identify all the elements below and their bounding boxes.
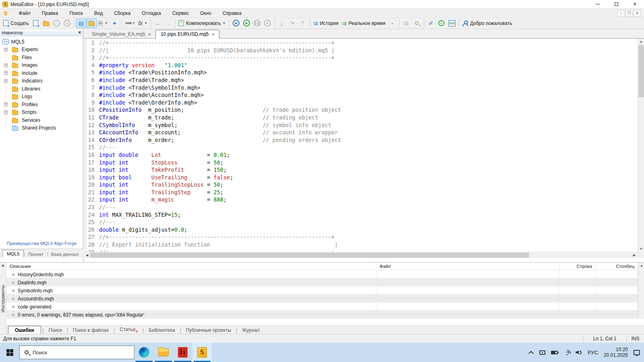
code-line[interactable]: 23//--- (87, 204, 341, 212)
taskbar-app-explorer[interactable] (154, 343, 173, 362)
navigate-back-button[interactable]: ← (153, 19, 163, 28)
start-button[interactable] (0, 343, 19, 362)
menu-item-Поиск[interactable]: Поиск (64, 9, 88, 17)
algo-forge-promo-link[interactable]: Преимущества MQL5 Algo Forge (0, 241, 83, 246)
taskbar-app-edge[interactable] (134, 343, 154, 362)
tray-volume[interactable] (576, 350, 582, 354)
taskbar-app-metaeditor[interactable]: 5 (192, 343, 212, 362)
navigator-close-icon[interactable]: ✕ (78, 30, 81, 35)
editor-tab-10 pips EURUSD.mq5[interactable]: 10 pips EURUSD.mq5✕ (155, 30, 219, 39)
breakpoint-gutter[interactable] (84, 39, 87, 252)
code-line[interactable]: 9#include <Trade\OrderInfo.mqh> (87, 99, 341, 107)
step-over-button[interactable]: ↷ (287, 19, 297, 28)
goto-definition-button[interactable]: VAR↗ (124, 19, 137, 28)
open-file-button[interactable] (41, 19, 52, 28)
scroll-down-icon[interactable]: ▼ (638, 246, 644, 252)
storage-button[interactable]: ✓ (436, 19, 447, 28)
error-list-row[interactable]: DealInfo.mqh (6, 278, 638, 286)
new-file-button[interactable]: Создать (2, 19, 31, 28)
editor-tab-Simple_Volume_EA.mq5[interactable]: Simple_Volume_EA.mq5✕ (87, 30, 155, 38)
copy-button[interactable]: ⧉ (401, 19, 412, 28)
debug-start-button[interactable]: ▶ (231, 19, 242, 28)
code-line[interactable]: 29//+-----------------------------------… (87, 249, 341, 252)
navigator-item-images[interactable]: +Images (0, 62, 83, 70)
terminal-button[interactable]: ΦΦ (447, 19, 457, 28)
code-line[interactable]: 10CPositionInfo m_position; // trade pos… (87, 107, 341, 114)
error-list-row[interactable]: AccountInfo.mqh (6, 294, 638, 302)
code-line[interactable]: 21input int TrailingStep = 25; (87, 189, 341, 197)
toolbox-tab-публичные-проекты[interactable]: Публичные проекты (181, 327, 236, 334)
navigator-item-include[interactable]: +Include (0, 69, 83, 77)
navigator-item-profiles[interactable]: +Profiles (0, 101, 83, 109)
navigator-item-libraries[interactable]: Libraries (0, 85, 83, 93)
error-list-row[interactable]: SymbolInfo.mqh (6, 286, 638, 294)
expand-plus-icon[interactable]: + (4, 79, 8, 83)
navigator-item-indicators[interactable]: +Indicators (0, 77, 83, 85)
notification-center-icon[interactable] (634, 350, 640, 355)
code-line[interactable]: 14COrderInfo m_order; // pending orders … (87, 137, 341, 144)
step-into-button[interactable]: ⤓ (277, 19, 287, 28)
toggle-toolbox-button[interactable] (87, 19, 97, 28)
function-list-button[interactable]: fx▼ (136, 19, 149, 28)
horizontal-scroll-thumb[interactable] (90, 253, 529, 258)
editor-horizontal-scrollbar[interactable]: ◀ ▶ (84, 252, 638, 258)
code-line[interactable]: 5#include <Trade\PositionInfo.mqh> (87, 69, 341, 77)
realtime-button[interactable]: ⇉Реальное время (340, 19, 387, 28)
tray-wifi[interactable] (564, 350, 570, 355)
code-line[interactable]: 24int MAX_TRAILING_STEP=15; (87, 212, 341, 219)
toolbox-tab-журнал[interactable]: Журнал (237, 327, 264, 334)
menu-item-Справка[interactable]: Справка (217, 9, 247, 17)
scroll-right-icon[interactable]: ▶ (631, 252, 638, 258)
toolbox-tab-ошибки[interactable]: Ошибки (8, 326, 41, 335)
find-button[interactable] (412, 19, 422, 28)
menu-item-Сервис[interactable]: Сервис (167, 9, 194, 17)
column-header-описание[interactable]: Описание (6, 263, 376, 270)
stop-stream-button[interactable]: ▪ (387, 19, 398, 28)
tray-cast[interactable] (539, 350, 545, 355)
run-button[interactable]: ▶ (242, 19, 252, 28)
navigator-item-experts[interactable]: +Experts (0, 46, 83, 54)
expand-plus-icon[interactable]: + (4, 64, 8, 67)
toolbox-tab-статьи[interactable]: Статьи8 (115, 326, 142, 334)
close-button[interactable]: ✕ (625, 0, 644, 9)
maximize-button[interactable] (607, 0, 625, 9)
scroll-up-icon[interactable]: ▲ (638, 263, 644, 269)
taskbar-app-metatrader[interactable] (173, 343, 192, 362)
code-line[interactable]: 19input bool UseTrailing = false; (87, 174, 341, 182)
toolbox-tab-поиск[interactable]: Поиск (44, 327, 67, 334)
mql5-wizard-button[interactable]: ✐ (426, 19, 436, 28)
history-button[interactable]: ⇉История (312, 19, 340, 28)
save-button[interactable]: ↓ (52, 19, 62, 28)
expand-plus-icon[interactable]: + (4, 48, 8, 51)
code-line[interactable]: 15//--- (87, 144, 341, 152)
mdi-close-button[interactable]: ✕ (634, 10, 641, 16)
code-line[interactable]: 27//+-----------------------------------… (87, 234, 341, 241)
toolbox-scrollbar[interactable]: ▲ (638, 263, 644, 319)
step-out-button[interactable]: ⤒ (297, 19, 308, 28)
code-line[interactable]: 6#include <Trade\Trade.mqh> (87, 77, 341, 84)
code-line[interactable]: 18input int TakeProfit = 150; (87, 167, 341, 174)
minimize-button[interactable] (588, 0, 607, 9)
tab-close-icon[interactable]: ✕ (148, 32, 151, 37)
navigate-forward-button[interactable]: → (163, 19, 173, 28)
toolbox-tab-библиотека[interactable]: Библиотека (144, 327, 180, 334)
tray-expand-button[interactable] (530, 351, 534, 354)
tray-battery[interactable] (551, 351, 558, 354)
code-line[interactable]: 4#property version "1.001" (87, 62, 341, 70)
menu-item-Отладка[interactable]: Отладка (136, 9, 166, 17)
error-list-row[interactable]: code generated (6, 302, 638, 311)
snippets-button[interactable]: ⎘▼ (97, 19, 109, 28)
stop-button[interactable]: ■ (262, 19, 273, 28)
vertical-scroll-thumb[interactable] (638, 45, 644, 97)
navigator-item-logs[interactable]: Logs (0, 93, 83, 101)
toolbox-tab-поиск-в-файлах[interactable]: Поиск в файлах (68, 327, 114, 334)
code-line[interactable]: 20input int TrailingStopLoss = 50; (87, 181, 341, 189)
welcome-button[interactable]: Добро пожаловать (461, 19, 514, 28)
menu-item-Сборка[interactable]: Сборка (108, 9, 136, 17)
taskbar-search-input[interactable]: Поиск (19, 346, 134, 359)
toolbox-close-icon[interactable]: ✕ (0, 263, 6, 268)
navigator-item-services[interactable]: Services (0, 116, 83, 124)
save-all-button[interactable]: ⇊ (62, 19, 72, 28)
code-line[interactable]: 1//+------------------------------------… (87, 39, 341, 47)
menu-item-Правка[interactable]: Правка (36, 9, 64, 17)
